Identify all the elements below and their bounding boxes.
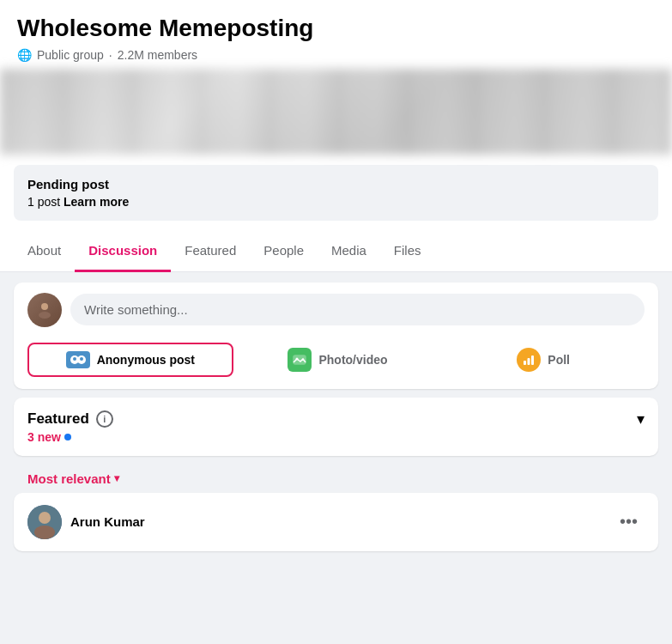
svg-rect-10 <box>531 355 534 365</box>
svg-point-4 <box>73 357 76 361</box>
featured-new-count: 3 new <box>27 430 645 444</box>
svg-point-1 <box>39 312 51 319</box>
featured-chevron-icon[interactable]: ▾ <box>637 410 645 428</box>
anonymous-icon <box>66 351 90 368</box>
post-more-options-button[interactable]: ••• <box>613 508 645 535</box>
pending-count: 1 post <box>27 195 60 209</box>
anonymous-post-button[interactable]: Anonymous post <box>27 343 233 377</box>
most-relevant-filter[interactable]: Most relevant ▾ <box>14 465 658 493</box>
featured-info-icon[interactable]: i <box>96 410 113 428</box>
user-avatar <box>27 293 62 327</box>
nav-tabs: About Discussion Featured People Media F… <box>0 231 672 272</box>
pending-post-subtitle: 1 post Learn more <box>27 195 645 209</box>
svg-rect-8 <box>524 361 526 365</box>
pending-post-card: Pending post 1 post Learn more <box>14 165 658 221</box>
avatar-image <box>27 505 62 539</box>
post-user-left: Arun Kumar <box>27 505 145 539</box>
group-header: Wholesome Memeposting 🌐 Public group · 2… <box>0 0 672 69</box>
cover-image <box>0 69 672 155</box>
tab-about[interactable]: About <box>14 231 75 272</box>
photo-video-button[interactable]: Photo/video <box>237 341 439 379</box>
group-meta: 🌐 Public group · 2.2M members <box>17 48 655 62</box>
most-relevant-arrow-icon: ▾ <box>114 472 119 484</box>
post-user-row: Arun Kumar ••• <box>27 505 645 539</box>
post-user-info: Arun Kumar <box>70 514 145 529</box>
group-title: Wholesome Memeposting <box>17 14 655 43</box>
featured-left: Featured i <box>27 410 113 428</box>
svg-point-13 <box>34 526 55 539</box>
learn-more-link[interactable]: Learn more <box>64 195 129 209</box>
write-post-card: Write something... Anonymous post <box>14 283 658 389</box>
poll-button[interactable]: Poll <box>442 341 645 379</box>
svg-rect-9 <box>528 358 530 365</box>
tab-featured[interactable]: Featured <box>171 231 250 272</box>
write-post-top: Write something... <box>27 293 645 327</box>
members-count: 2.2M members <box>118 48 197 62</box>
svg-point-0 <box>41 303 48 310</box>
pending-post-title: Pending post <box>27 177 645 191</box>
tab-people[interactable]: People <box>250 231 318 272</box>
main-content: Write something... Anonymous post <box>0 272 672 616</box>
post-user-name[interactable]: Arun Kumar <box>70 514 145 529</box>
featured-section: Featured i ▾ 3 new <box>14 398 658 456</box>
write-something-input[interactable]: Write something... <box>70 294 645 325</box>
new-indicator-dot <box>64 434 71 440</box>
post-preview-card: Arun Kumar ••• <box>14 493 658 551</box>
post-user-avatar <box>27 505 62 539</box>
tab-media[interactable]: Media <box>318 231 380 272</box>
poll-icon <box>517 348 541 372</box>
svg-point-5 <box>80 357 83 361</box>
globe-icon: 🌐 <box>17 48 32 62</box>
tab-discussion[interactable]: Discussion <box>75 231 171 272</box>
group-type: Public group <box>37 48 104 62</box>
photo-video-icon <box>288 348 312 372</box>
post-actions: Anonymous post Photo/video <box>27 337 645 379</box>
dot-separator: · <box>109 48 112 62</box>
svg-point-12 <box>39 512 51 524</box>
featured-header: Featured i ▾ <box>27 410 645 428</box>
tab-files[interactable]: Files <box>380 231 435 272</box>
featured-title: Featured <box>27 410 89 427</box>
avatar-icon <box>34 300 55 320</box>
